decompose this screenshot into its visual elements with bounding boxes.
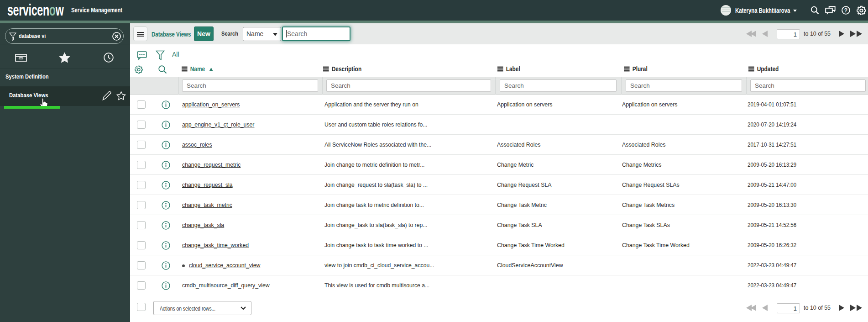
- svg-text:?: ?: [844, 7, 847, 14]
